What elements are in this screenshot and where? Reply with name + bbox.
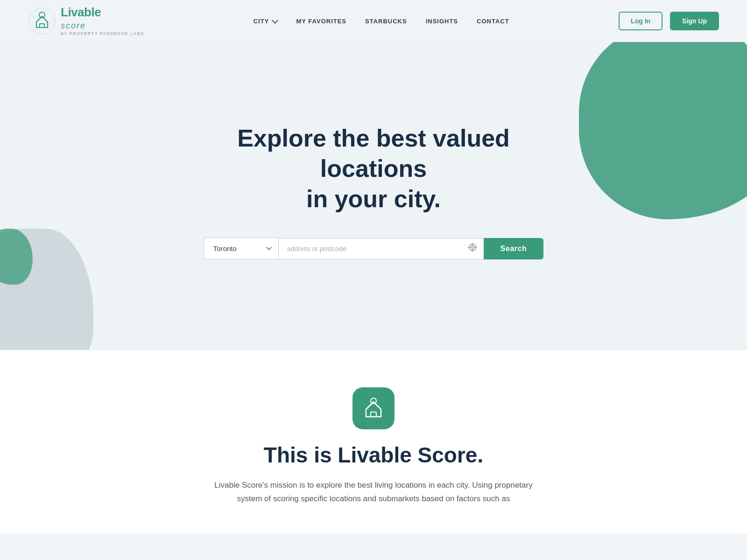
livable-score-icon: [361, 396, 386, 420]
nav-item-starbucks[interactable]: STARBUCKS: [365, 17, 407, 25]
navbar: Livable score by PROPERTY PASSBOOK labs …: [0, 0, 747, 42]
nav-link-favorites[interactable]: MY FAVORITES: [296, 18, 346, 25]
about-description: Livable Score's mission is to explore th…: [205, 479, 542, 506]
hero-title: Explore the best valued locations in you…: [191, 123, 556, 214]
location-crosshair-icon[interactable]: [468, 243, 477, 254]
address-input[interactable]: [278, 238, 484, 259]
nav-link-contact[interactable]: CONTACT: [477, 18, 509, 25]
logo-tagline: by PROPERTY PASSBOOK labs: [61, 31, 144, 36]
nav-actions: Log In Sign Up: [619, 12, 719, 30]
nav-item-city[interactable]: CITY: [254, 18, 278, 25]
signup-button[interactable]: Sign Up: [670, 12, 719, 30]
svg-point-10: [371, 398, 376, 404]
logo-name-part1: Livable: [61, 5, 101, 19]
nav-city-label: CITY: [254, 18, 269, 25]
nav-item-insights[interactable]: INSIGHTS: [426, 17, 458, 25]
logo-icon: [28, 7, 56, 35]
address-input-wrapper: [278, 238, 484, 259]
about-section: This is Livable Score. Livable Score's m…: [0, 350, 747, 534]
search-button[interactable]: Search: [484, 238, 543, 259]
hero-section: Explore the best valued locations in you…: [0, 42, 747, 350]
hero-title-line2: in your city.: [306, 185, 441, 212]
nav-links: CITY MY FAVORITES STARBUCKS INSIGHTS CON…: [254, 17, 509, 25]
chevron-down-icon: [272, 17, 278, 24]
svg-point-4: [471, 246, 473, 249]
blob-top-right-decoration: [579, 42, 747, 219]
nav-item-favorites[interactable]: MY FAVORITES: [296, 17, 346, 25]
nav-link-city[interactable]: CITY: [254, 18, 278, 25]
hero-title-line1: Explore the best valued locations: [237, 125, 510, 182]
about-title: This is Livable Score.: [264, 442, 483, 468]
logo-text: Livable score by PROPERTY PASSBOOK labs: [61, 6, 144, 36]
nav-link-insights[interactable]: INSIGHTS: [426, 18, 458, 25]
search-bar: Toronto Vancouver Calgary Ottawa Search: [204, 238, 543, 259]
nav-link-starbucks[interactable]: STARBUCKS: [365, 18, 407, 25]
nav-item-contact[interactable]: CONTACT: [477, 17, 509, 25]
login-button[interactable]: Log In: [619, 12, 662, 30]
city-select[interactable]: Toronto Vancouver Calgary Ottawa: [204, 238, 278, 259]
logo[interactable]: Livable score by PROPERTY PASSBOOK labs: [28, 6, 144, 36]
logo-name-part2: score: [61, 21, 86, 30]
about-icon-container: [352, 387, 395, 429]
svg-rect-9: [371, 412, 376, 417]
